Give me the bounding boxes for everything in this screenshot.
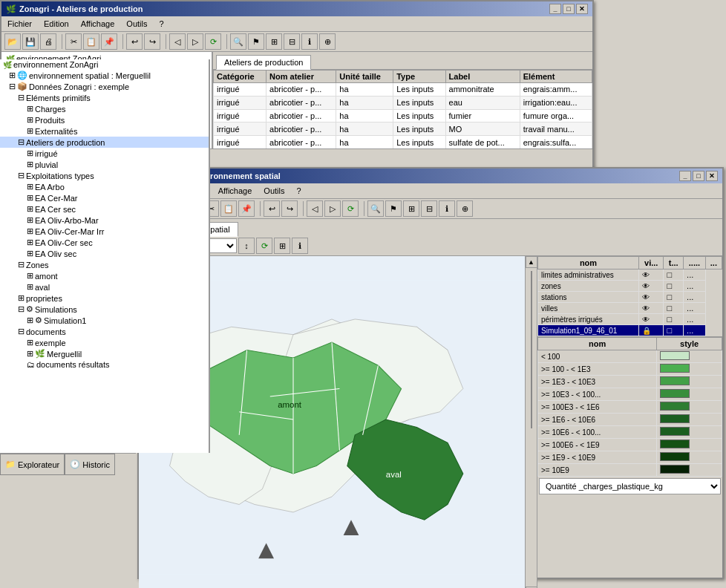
table-row[interactable]: irriguéabricotier - p...haLes inputssulf… [214, 136, 592, 148]
tree-pluvial[interactable]: ⊞ pluvial [0, 159, 209, 170]
refresh-button[interactable]: ⟳ [205, 33, 221, 50]
layer-vis[interactable]: 👁 [639, 303, 664, 314]
paste-button[interactable]: 📌 [101, 33, 117, 50]
cut-button[interactable]: ✂ [65, 33, 82, 50]
sp-zoomin[interactable]: 🔍 [367, 200, 384, 217]
map-info2[interactable]: ℹ [292, 238, 308, 254]
sp-paste[interactable]: 📌 [238, 200, 255, 217]
sp-redo[interactable]: ↪ [281, 200, 298, 217]
tool3-button[interactable]: ⊕ [319, 33, 336, 50]
layer-row[interactable]: périmètres irrigués👁□... [538, 314, 722, 325]
undo-button[interactable]: ↩ [126, 33, 143, 50]
zoom-button[interactable]: 🔍 [230, 33, 246, 50]
scroll-thumb-v[interactable] [531, 271, 532, 428]
layer-row[interactable]: zones👁□... [538, 281, 722, 292]
tree-proprietes[interactable]: ⊞ proprietes [0, 293, 209, 304]
historic-btn-bottom[interactable]: 🕐 Historic [65, 454, 115, 475]
sp-t3[interactable]: ⊕ [457, 200, 473, 217]
spatial-menu-help[interactable]: ? [293, 185, 304, 197]
vertical-scrollbar[interactable]: ▲ ▼ [525, 256, 537, 588]
tree-documents[interactable]: ⊟ documents [0, 326, 209, 337]
tree-ea-cer-mar[interactable]: ⊞ EA Cer-Mar [0, 192, 209, 203]
menu-edition[interactable]: Edition [41, 18, 72, 30]
sp-t2[interactable]: ⊟ [421, 200, 437, 217]
tree-ea-arbo[interactable]: ⊞ EA Arbo [0, 181, 209, 192]
print-button[interactable]: 🖨 [40, 33, 56, 50]
forward-button[interactable]: ▷ [187, 33, 203, 50]
tool1-button[interactable]: ⊞ [266, 33, 282, 50]
table-row[interactable]: irriguéabricotier - p...haLes inputsMOtr… [214, 122, 592, 136]
layer-row[interactable]: Simulation1_09_46_01🔒□... [538, 325, 722, 336]
tool2-button[interactable]: ⊟ [284, 33, 300, 50]
tree-amont[interactable]: ⊞ amont [0, 270, 209, 281]
spatial-minimize[interactable]: _ [679, 171, 691, 181]
open-button[interactable]: 📂 [4, 33, 21, 50]
tree-ea-oliv-arbo[interactable]: ⊞ EA Oliv-Arbo-Mar [0, 215, 209, 226]
layer-row[interactable]: villes👁□... [538, 303, 722, 314]
sp-t1[interactable]: ⊞ [403, 200, 419, 217]
spatial-menu-affichage[interactable]: Affichage [215, 185, 255, 197]
tree-ea-oliv-cer-sec[interactable]: ⊞ EA Oliv-Cer sec [0, 237, 209, 248]
menu-affichage[interactable]: Affichage [78, 18, 118, 30]
sp-back[interactable]: ◁ [307, 200, 323, 217]
tree-exemple[interactable]: ⊞ exemple [0, 337, 209, 348]
menu-fichier[interactable]: Fichier [4, 18, 35, 30]
tree-root-full[interactable]: 🌿 environnement ZonAgri [0, 59, 209, 70]
minimize-button[interactable]: _ [549, 4, 561, 14]
tree-exploitations[interactable]: ⊟ Exploitations types [0, 170, 209, 181]
save-button[interactable]: 💾 [22, 33, 39, 50]
tree-docs-resultats[interactable]: 🗂 documents résultats [0, 359, 209, 370]
menu-help[interactable]: ? [156, 18, 166, 30]
flag-button[interactable]: ⚑ [248, 33, 264, 50]
layer-vis[interactable]: 👁 [639, 292, 664, 303]
sp-info[interactable]: ℹ [439, 200, 455, 217]
spatial-close[interactable]: ✕ [706, 171, 718, 181]
map-pointer[interactable]: ↕ [238, 238, 255, 254]
tab-ateliers[interactable]: Ateliers de production [216, 55, 311, 70]
layer-vis[interactable]: 👁 [639, 270, 664, 281]
back-button[interactable]: ◁ [169, 33, 186, 50]
menu-outils[interactable]: Outils [123, 18, 150, 30]
explorer-btn-bottom[interactable]: 📁 Explorateur [0, 454, 65, 475]
layer-vis[interactable]: 👁 [639, 281, 664, 292]
tree-simulations[interactable]: ⊟ ⚙ Simulations [0, 304, 209, 315]
maximize-button[interactable]: □ [563, 4, 575, 14]
tree-irrigue[interactable]: ⊞ irrigué [0, 148, 209, 159]
sp-refresh[interactable]: ⟳ [342, 200, 359, 217]
layer-row[interactable]: stations👁□... [538, 292, 722, 303]
layer-row[interactable]: limites administratives👁□... [538, 270, 722, 281]
sp-flag[interactable]: ⚑ [385, 200, 402, 217]
close-button[interactable]: ✕ [576, 4, 588, 14]
spatial-maximize[interactable]: □ [693, 171, 704, 181]
info-button[interactable]: ℹ [301, 33, 318, 50]
table-row[interactable]: irriguéabricotier - p...haLes inputsfumi… [214, 109, 592, 122]
tree-simulation1[interactable]: ⊞ ⚙ Simulation1 [0, 315, 209, 326]
tree-ea-oliv-sec[interactable]: ⊞ EA Oliv sec [0, 248, 209, 259]
tree-ea-oliv-cer-irr[interactable]: ⊞ EA Oliv-Cer-Mar Irr [0, 226, 209, 237]
sp-fwd[interactable]: ▷ [324, 200, 341, 217]
layer-vis[interactable]: 🔒 [639, 325, 664, 336]
tree-ateliers[interactable]: ⊟ Ateliers de production [0, 137, 209, 148]
tree-aval[interactable]: ⊞ aval [0, 281, 209, 293]
redo-button[interactable]: ↪ [144, 33, 160, 50]
tree-merguellil[interactable]: ⊞ 🌿 Merguellil [0, 348, 209, 359]
map-tool2[interactable]: ⊞ [274, 238, 290, 254]
tree-donnees-full[interactable]: ⊟ 📦 Données Zonagri : exemple [0, 81, 209, 92]
copy-button[interactable]: 📋 [83, 33, 99, 50]
sp-copy[interactable]: 📋 [220, 200, 237, 217]
tree-env-spatial-full[interactable]: ⊞ 🌐 environnement spatial : Merguellil [0, 70, 209, 81]
spatial-menu-outils[interactable]: Outils [261, 185, 287, 197]
scroll-up[interactable]: ▲ [526, 256, 537, 268]
tree-charges-full[interactable]: ⊞ Charges [0, 103, 209, 114]
sp-undo[interactable]: ↩ [264, 200, 280, 217]
legend-dropdown[interactable]: Quantité _charges_plastique_kg [539, 478, 721, 494]
table-row[interactable]: irriguéabricotier - p...haLes inputseaui… [214, 96, 592, 109]
layer-vis[interactable]: 👁 [639, 314, 664, 325]
tree-produits-full[interactable]: ⊞ Produits [0, 114, 209, 125]
tree-externalites-full[interactable]: ⊞ Externalités [0, 125, 209, 137]
tree-ea-cer-sec[interactable]: ⊞ EA Cer sec [0, 203, 209, 215]
tree-elements-full[interactable]: ⊟ Eléments primitifs [0, 92, 209, 103]
tree-zones[interactable]: ⊟ Zones [0, 259, 209, 270]
table-row[interactable]: irriguéabricotier - p...haLes inputsammo… [214, 83, 592, 97]
map-refresh2[interactable]: ⟳ [256, 238, 272, 254]
